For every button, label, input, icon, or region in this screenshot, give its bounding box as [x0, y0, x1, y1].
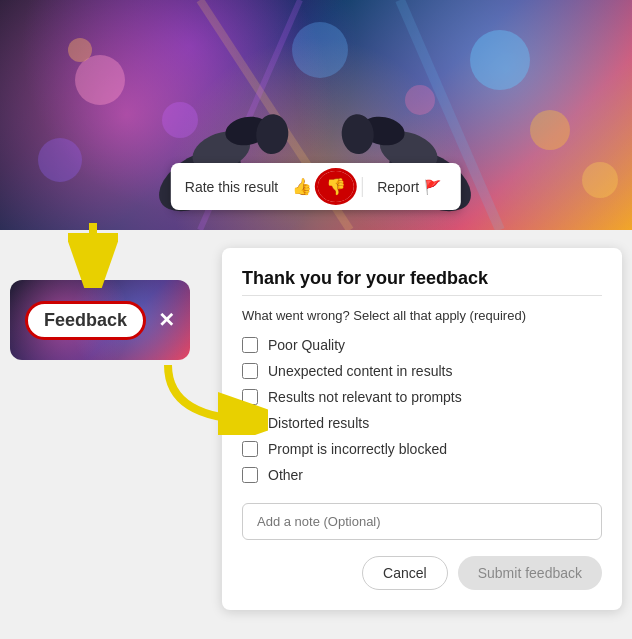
- report-button[interactable]: Report 🚩: [371, 175, 447, 199]
- rate-label: Rate this result: [185, 179, 278, 195]
- checkbox-poor-quality[interactable]: [242, 337, 258, 353]
- label-distorted[interactable]: Distorted results: [268, 415, 369, 431]
- svg-point-2: [470, 30, 530, 90]
- checkbox-other[interactable]: [242, 467, 258, 483]
- option-distorted: Distorted results: [242, 415, 602, 431]
- form-divider: [242, 295, 602, 296]
- checkbox-not-relevant[interactable]: [242, 389, 258, 405]
- svg-point-5: [405, 85, 435, 115]
- svg-point-8: [68, 38, 92, 62]
- form-title: Thank you for your feedback: [242, 268, 602, 289]
- svg-point-7: [582, 162, 618, 198]
- form-subtitle: What went wrong? Select all that apply (…: [242, 308, 602, 323]
- hero-image: Rate this result 👍 👎 Report 🚩: [0, 0, 632, 230]
- checkbox-unexpected-content[interactable]: [242, 363, 258, 379]
- form-actions: Cancel Submit feedback: [242, 556, 602, 590]
- svg-point-0: [75, 55, 125, 105]
- svg-point-4: [38, 138, 82, 182]
- feedback-label: Feedback: [44, 310, 127, 330]
- svg-point-6: [292, 22, 348, 78]
- note-input[interactable]: [242, 503, 602, 540]
- checkbox-blocked[interactable]: [242, 441, 258, 457]
- feedback-tag: Feedback: [25, 301, 146, 340]
- option-unexpected-content: Unexpected content in results: [242, 363, 602, 379]
- close-button[interactable]: ✕: [158, 308, 175, 332]
- rate-bar: Rate this result 👍 👎 Report 🚩: [171, 163, 461, 210]
- option-blocked: Prompt is incorrectly blocked: [242, 441, 602, 457]
- label-unexpected-content[interactable]: Unexpected content in results: [268, 363, 452, 379]
- flag-icon: 🚩: [424, 179, 441, 195]
- thumbs-up-button[interactable]: 👍: [286, 173, 318, 200]
- submit-button[interactable]: Submit feedback: [458, 556, 602, 590]
- thumbs-down-button[interactable]: 👎: [318, 171, 354, 202]
- checkbox-distorted[interactable]: [242, 415, 258, 431]
- feedback-panel: Feedback ✕: [10, 280, 190, 360]
- report-label: Report: [377, 179, 419, 195]
- cancel-button[interactable]: Cancel: [362, 556, 448, 590]
- label-blocked[interactable]: Prompt is incorrectly blocked: [268, 441, 447, 457]
- feedback-form: Thank you for your feedback What went wr…: [222, 248, 622, 610]
- label-not-relevant[interactable]: Results not relevant to prompts: [268, 389, 462, 405]
- label-other[interactable]: Other: [268, 467, 303, 483]
- svg-point-1: [162, 102, 198, 138]
- option-other: Other: [242, 467, 602, 483]
- svg-point-3: [530, 110, 570, 150]
- divider: [362, 177, 363, 197]
- option-poor-quality: Poor Quality: [242, 337, 602, 353]
- option-not-relevant: Results not relevant to prompts: [242, 389, 602, 405]
- label-poor-quality[interactable]: Poor Quality: [268, 337, 345, 353]
